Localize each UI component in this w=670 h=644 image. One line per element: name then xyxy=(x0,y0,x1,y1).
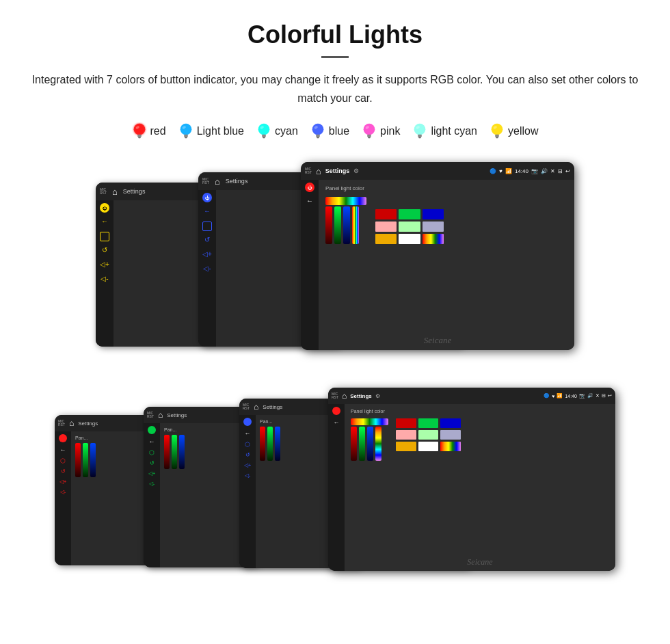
svg-rect-3 xyxy=(138,137,141,139)
watermark-bottom: Seicane xyxy=(467,557,492,567)
color-item-pink: pink xyxy=(362,122,400,140)
bulb-icon-yellow xyxy=(490,122,505,140)
settings-label-1: Settings xyxy=(123,188,146,195)
bulb-icon-blue xyxy=(310,122,325,140)
bulb-icon-red xyxy=(132,122,147,140)
color-label-blue: blue xyxy=(329,125,349,137)
svg-point-5 xyxy=(180,124,191,135)
page-wrapper: Colorful Lights Integrated with 7 colors… xyxy=(0,0,670,620)
svg-rect-11 xyxy=(263,137,265,139)
panel-label-b4: Panel light color xyxy=(351,409,609,414)
svg-rect-22 xyxy=(418,135,423,137)
color-label-yellow: yellow xyxy=(508,125,538,137)
bulb-icon-pink xyxy=(362,122,377,140)
color-item-blue: blue xyxy=(310,122,349,140)
svg-rect-15 xyxy=(317,137,319,139)
color-label-pink: pink xyxy=(380,125,400,137)
svg-rect-14 xyxy=(316,135,320,137)
svg-rect-27 xyxy=(496,137,498,139)
bulb-icon-lightcyan xyxy=(412,122,427,140)
device-card-bot4: MICRST ⌂ Settings ⚙ 🔵♥📶14:40📷🔊✕⊟↩ ← Pane… xyxy=(328,388,615,571)
svg-point-25 xyxy=(492,124,503,135)
settings-label-b1: Settings xyxy=(78,420,98,427)
svg-rect-7 xyxy=(185,137,187,139)
svg-point-17 xyxy=(364,124,375,135)
settings-label-b4: Settings xyxy=(350,393,372,399)
settings-label-2: Settings xyxy=(226,178,248,185)
svg-point-21 xyxy=(414,124,426,135)
device-card-3: MICRST ⌂ Settings ⚙ 🔵♥📶14:40📷🔊✕⊟↩ ⏻ ← Pa… xyxy=(301,162,574,350)
svg-rect-18 xyxy=(367,135,371,137)
color-label-red: red xyxy=(150,125,166,137)
svg-rect-19 xyxy=(368,137,371,139)
color-list: red Light blue cyan xyxy=(27,122,643,140)
color-item-yellow: yellow xyxy=(490,122,538,140)
svg-point-13 xyxy=(312,124,323,135)
bulb-icon-cyan xyxy=(256,122,271,140)
color-label-lightcyan: light cyan xyxy=(431,125,477,137)
watermark-top: Seicane xyxy=(424,335,451,346)
bottom-screens-container: MICRST ⌂ Settings ← ⬡ ↺ ◁+ ◁- Pan... xyxy=(55,388,615,593)
svg-rect-10 xyxy=(262,135,266,137)
svg-rect-6 xyxy=(184,135,188,137)
color-item-cyan: cyan xyxy=(256,122,298,140)
settings-label-3: Settings xyxy=(325,167,350,174)
top-screens-container: MICRST ⌂ Settings ⏻ ← ↺ ◁+ ◁- xyxy=(96,162,574,367)
color-item-lightcyan: light cyan xyxy=(412,122,477,140)
bulb-icon-lightblue xyxy=(178,122,193,140)
svg-rect-26 xyxy=(495,135,499,137)
page-title: Colorful Lights xyxy=(27,21,643,49)
description-text: Integrated with 7 colors of button indic… xyxy=(27,70,643,107)
svg-rect-2 xyxy=(137,135,142,137)
color-label-lightblue: Light blue xyxy=(197,125,244,137)
color-item-lightblue: Light blue xyxy=(178,122,244,140)
panel-label-3: Panel light color xyxy=(325,185,567,191)
svg-rect-23 xyxy=(419,137,422,139)
svg-point-9 xyxy=(258,124,270,135)
color-label-cyan: cyan xyxy=(275,125,298,137)
svg-point-1 xyxy=(133,124,145,135)
settings-label-b3: Settings xyxy=(263,404,282,410)
color-item-red: red xyxy=(132,122,166,140)
title-divider xyxy=(321,56,349,58)
settings-label-b2: Settings xyxy=(167,412,187,418)
